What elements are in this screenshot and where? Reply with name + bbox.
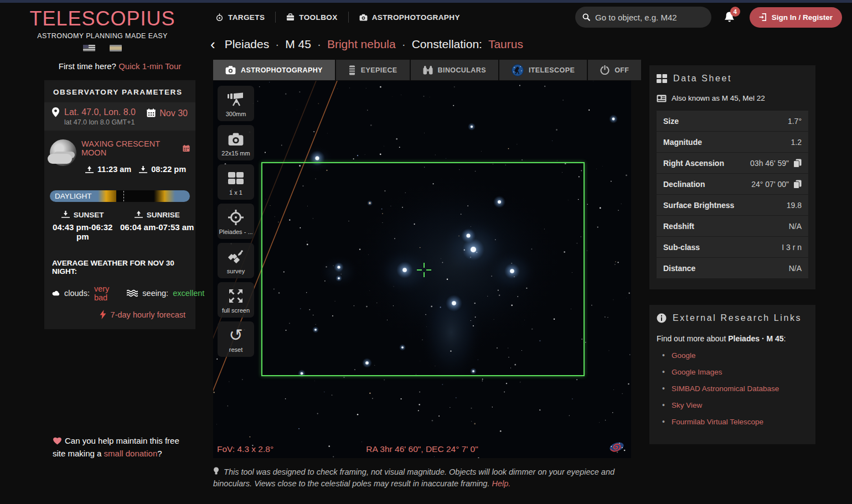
moonrise-icon <box>85 166 94 173</box>
top-nav: TARGETS TOOLBOX ASTROPHOTOGRAPHY 4 <box>205 3 852 32</box>
datasheet-row-surface-brightness: Surface Brightness19.8 <box>657 195 808 215</box>
breadcrumb-designation: M 45 <box>285 38 311 51</box>
search-input[interactable] <box>595 13 704 22</box>
nav-astrophotography[interactable]: ASTROPHOTOGRAPHY <box>349 13 471 22</box>
date-value: Nov 30 <box>159 108 188 118</box>
us-flag-icon[interactable] <box>83 45 95 51</box>
external-links-panel: External Research Links Find out more ab… <box>649 305 815 444</box>
link-simbad[interactable]: SIMBAD Astronomical Database <box>672 385 779 393</box>
help-link[interactable]: Help. <box>492 479 510 488</box>
breadcrumb-constellation-link[interactable]: Taurus <box>488 38 523 51</box>
list-item: Google Images <box>662 367 808 376</box>
tour-prompt: First time here? Quick 1-min Tour <box>44 61 195 71</box>
forecast-link[interactable]: 7-day hourly forecast <box>111 310 185 319</box>
center-target-button[interactable]: Pleiades - ... <box>218 204 254 239</box>
link-sky-view[interactable]: Sky View <box>672 401 702 409</box>
satellite-icon <box>228 250 244 264</box>
tab-binoculars[interactable]: BINOCULARS <box>411 60 498 80</box>
link-google-images[interactable]: Google Images <box>672 368 722 376</box>
sensor-size-button[interactable]: 22x15 mm <box>218 125 254 160</box>
binoculars-icon <box>423 65 433 75</box>
moon-photo <box>50 139 76 166</box>
telescope-icon <box>226 92 245 107</box>
breadcrumb-constellation-label: Constellation: <box>412 38 482 51</box>
viewer-mode-tabs: ASTROPHOTOGRAPHY EYEPIECE BINOCULARS ITE… <box>213 60 631 80</box>
tour-link[interactable]: Quick 1-min Tour <box>118 61 181 71</box>
reset-icon: ↺ <box>229 327 242 344</box>
copy-icon[interactable] <box>793 180 802 189</box>
moonset-time: 08:22 pm <box>139 165 186 174</box>
focal-length-button[interactable]: 300mm <box>218 86 254 121</box>
camera-icon <box>359 14 368 21</box>
site-tagline: ASTRONOMY PLANNING MADE EASY <box>0 32 205 40</box>
sky-framing-canvas[interactable]: 300mm 22x15 mm 1 x 1 Pleiades - ... surv… <box>213 81 631 458</box>
tab-astrophotography[interactable]: ASTROPHOTOGRAPHY <box>213 60 335 80</box>
fullscreen-icon <box>229 289 243 303</box>
sunset-block: SUNSET 04:43 pm-06:32 pm <box>45 211 120 241</box>
datasheet-row-declination: Declination 24° 07' 00" <box>657 174 808 194</box>
datasheet-row-right-ascension: Right Ascension 03h 46' 59" <box>657 153 808 173</box>
cloud-icon <box>52 289 60 297</box>
datasheet-row-redshift: RedshiftN/A <box>657 216 808 236</box>
framing-disclaimer: This tool was designed to check framing,… <box>213 466 631 490</box>
table-icon <box>657 74 667 83</box>
left-sidebar: First time here? Quick 1-min Tour OBSERV… <box>0 57 205 494</box>
moon-phase-link[interactable]: WAXING CRESCENT MOON <box>81 139 190 157</box>
right-column: Data Sheet Also known as M 45, Mel 22 Si… <box>649 65 815 444</box>
notifications-bell[interactable]: 4 <box>724 11 735 23</box>
power-icon <box>600 65 610 75</box>
daylight-segment: DAYLIGHT <box>50 190 98 202</box>
framing-viewer: ASTROPHOTOGRAPHY EYEPIECE BINOCULARS ITE… <box>213 57 631 490</box>
sunrise-icon <box>135 211 143 218</box>
camera-icon <box>228 132 244 146</box>
brand-block: TELESCOPIUS ASTRONOMY PLANNING MADE EASY <box>0 3 205 57</box>
copy-icon[interactable] <box>793 159 802 168</box>
back-chevron-icon[interactable]: ‹ <box>210 37 215 51</box>
research-links-list: Google Google Images SIMBAD Astronomical… <box>657 351 808 426</box>
nav-toolbox[interactable]: TOOLBOX <box>276 13 348 22</box>
lightbulb-icon <box>213 467 219 476</box>
nav-targets[interactable]: TARGETS <box>205 13 275 22</box>
id-card-icon <box>657 95 667 102</box>
calendar-icon <box>183 144 190 152</box>
heart-icon <box>53 437 62 445</box>
header: TELESCOPIUS ASTRONOMY PLANNING MADE EASY… <box>0 3 852 57</box>
sunrise-block: SUNRISE 06:04 am-07:53 am <box>120 211 195 241</box>
list-item: Fourmilab Virtual Telescope <box>662 417 808 426</box>
coords-readout: RA 3hr 46' 60", DEC 24° 7' 0" <box>213 444 631 454</box>
links-intro: Find out more about Pleiades · M 45: <box>657 334 808 343</box>
link-fourmilab[interactable]: Fourmilab Virtual Telescope <box>672 418 763 426</box>
donation-link[interactable]: small donation <box>104 449 158 458</box>
list-item: Google <box>662 351 808 360</box>
list-item: SIMBAD Astronomical Database <box>662 384 808 393</box>
search-box[interactable] <box>575 7 711 28</box>
es-flag-icon[interactable] <box>110 45 122 51</box>
breadcrumb-type-link[interactable]: Bright nebula <box>327 38 396 51</box>
datasheet-row-magnitude: Magnitude1.2 <box>657 132 808 152</box>
mosaic-grid-button[interactable]: 1 x 1 <box>218 164 254 200</box>
sign-in-button[interactable]: Sign In / Register <box>750 7 842 28</box>
survey-credit-logo <box>607 440 626 454</box>
location-pin-icon <box>52 107 59 117</box>
breadcrumb-object: Pleiades <box>225 38 270 51</box>
also-known-as: Also known as M 45, Mel 22 <box>657 94 808 102</box>
clouds-forecast: clouds: very bad <box>52 284 113 302</box>
site-logo[interactable]: TELESCOPIUS <box>0 7 205 30</box>
daylight-timeline[interactable]: DAYLIGHT <box>50 190 190 202</box>
grid-icon <box>228 172 244 184</box>
eyepiece-icon <box>348 65 356 75</box>
tab-itelescope[interactable]: ITELESCOPE <box>499 60 587 80</box>
reset-view-button[interactable]: ↺ reset <box>218 321 254 357</box>
survey-button[interactable]: survey <box>218 243 254 278</box>
full-screen-button[interactable]: full screen <box>218 282 254 318</box>
itelescope-logo-icon <box>512 64 524 76</box>
date-picker[interactable]: Nov 30 <box>147 107 188 126</box>
tab-eyepiece[interactable]: EYEPIECE <box>336 60 410 80</box>
location-detail: lat 47.0 lon 8.0 GMT+1 <box>64 118 136 126</box>
current-time-marker <box>123 191 124 201</box>
notification-badge: 4 <box>730 7 740 17</box>
link-google[interactable]: Google <box>672 351 696 360</box>
tab-off[interactable]: OFF <box>588 60 641 80</box>
night-segment <box>116 190 154 202</box>
location-link[interactable]: Lat. 47.0, Lon. 8.0 <box>64 107 136 117</box>
